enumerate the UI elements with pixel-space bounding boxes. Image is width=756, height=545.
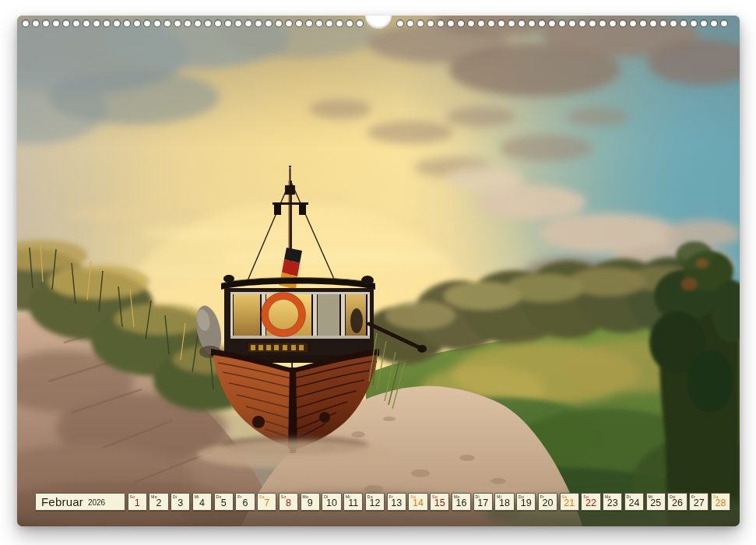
day-number: 23 bbox=[603, 498, 621, 508]
day-number: 1 bbox=[128, 498, 146, 508]
binding-hole bbox=[144, 20, 150, 26]
binding-hole bbox=[357, 20, 363, 26]
binding-hole bbox=[397, 20, 403, 26]
binding-hole bbox=[195, 20, 201, 26]
day-number: 8 bbox=[280, 498, 297, 508]
month-box: Februar 2026 bbox=[35, 493, 125, 511]
binding-hole bbox=[407, 20, 413, 26]
beach-boat-photo bbox=[17, 16, 740, 526]
binding-hole bbox=[680, 20, 687, 26]
day-cell: Do19 bbox=[516, 493, 536, 511]
binding-hole bbox=[448, 20, 454, 26]
binding-hole bbox=[589, 20, 596, 26]
day-number: 19 bbox=[517, 498, 535, 508]
binding-hole bbox=[245, 20, 251, 26]
binding-hole bbox=[154, 20, 160, 26]
day-cell: Mo2 bbox=[149, 493, 168, 511]
binding-hole bbox=[670, 20, 677, 26]
day-number: 4 bbox=[193, 498, 211, 508]
binding-hole bbox=[620, 20, 626, 26]
binding-hole bbox=[73, 20, 79, 26]
day-cell: Mi11 bbox=[343, 493, 363, 511]
binding-hole bbox=[468, 20, 474, 26]
binding-hole bbox=[417, 20, 424, 26]
binding-hole bbox=[164, 20, 171, 26]
binding-hole bbox=[265, 20, 272, 26]
day-number: 28 bbox=[712, 498, 730, 508]
binding-hole bbox=[711, 20, 717, 26]
binding-hole bbox=[33, 20, 39, 26]
binding-hole bbox=[286, 20, 292, 26]
day-number: 11 bbox=[344, 498, 362, 508]
binding-hole bbox=[53, 20, 59, 26]
binding-hole bbox=[640, 20, 646, 26]
binding-hole bbox=[336, 20, 343, 26]
binding-hole bbox=[306, 20, 312, 26]
day-number: 22 bbox=[582, 498, 600, 508]
day-cell: Sa14 bbox=[408, 493, 427, 511]
binding-hole bbox=[610, 20, 616, 26]
binding-hole bbox=[438, 20, 444, 26]
day-number: 24 bbox=[625, 498, 643, 508]
day-cell: Mi18 bbox=[494, 493, 514, 511]
day-cell: Sa28 bbox=[711, 493, 730, 511]
day-number: 13 bbox=[388, 498, 406, 508]
binding-hole bbox=[23, 20, 29, 26]
binding-hole bbox=[519, 20, 525, 26]
day-cell: Fr20 bbox=[538, 493, 557, 511]
binding-hole bbox=[508, 20, 515, 26]
binding-hole bbox=[458, 20, 464, 26]
binding-hole bbox=[104, 20, 110, 26]
binding-hole bbox=[134, 20, 140, 26]
binding-hole bbox=[316, 20, 322, 26]
binding-hole bbox=[255, 20, 262, 26]
day-number: 10 bbox=[322, 498, 340, 508]
binding-hole bbox=[579, 20, 585, 26]
binding-hole bbox=[630, 20, 636, 26]
day-cell: Mo23 bbox=[603, 493, 622, 511]
day-cell: Di17 bbox=[473, 493, 493, 511]
day-number: 5 bbox=[215, 498, 233, 508]
binding-hole bbox=[559, 20, 565, 26]
day-cell: So8 bbox=[279, 493, 298, 511]
day-cell: Mi4 bbox=[192, 493, 212, 511]
binding-hole bbox=[124, 20, 130, 26]
day-number: 26 bbox=[668, 498, 686, 508]
binding-hole bbox=[478, 20, 484, 26]
binding-hole bbox=[185, 20, 191, 26]
day-number: 14 bbox=[409, 498, 427, 508]
binding-hole bbox=[296, 20, 302, 26]
day-number: 20 bbox=[539, 498, 557, 508]
binding-hole bbox=[276, 20, 282, 26]
day-cell: Mo16 bbox=[452, 493, 471, 511]
day-cell: So1 bbox=[128, 493, 147, 511]
day-cell: Fr27 bbox=[689, 493, 709, 511]
binding-hole bbox=[215, 20, 221, 26]
binding-hole bbox=[539, 20, 545, 26]
binding-hole bbox=[174, 20, 181, 26]
binding-hole bbox=[721, 20, 727, 26]
binding-hole bbox=[83, 20, 90, 26]
binding-hole bbox=[205, 20, 211, 26]
product-photo-background: Februar 2026 So1Mo2Di3Mi4Do5Fr6Sa7So8Mo9… bbox=[0, 0, 756, 545]
binding-hole bbox=[660, 20, 666, 26]
binding-hole bbox=[529, 20, 535, 26]
day-number: 18 bbox=[495, 498, 513, 508]
day-cell: Mi25 bbox=[646, 493, 666, 511]
day-number: 21 bbox=[561, 498, 578, 508]
day-number: 2 bbox=[149, 498, 167, 508]
day-number: 7 bbox=[258, 498, 276, 508]
binding-hole bbox=[650, 20, 656, 26]
day-cell: Do5 bbox=[214, 493, 234, 511]
month-label: Februar bbox=[41, 495, 83, 508]
binding-hole bbox=[600, 20, 606, 26]
binding-hole bbox=[549, 20, 555, 26]
binding-hole bbox=[569, 20, 575, 26]
day-cell: Fr6 bbox=[235, 493, 255, 511]
day-number: 15 bbox=[431, 498, 448, 508]
day-number: 16 bbox=[452, 498, 470, 508]
binding-hole bbox=[93, 20, 100, 26]
binding-hole bbox=[427, 20, 434, 26]
binding-hole bbox=[326, 20, 332, 26]
day-cell: Do26 bbox=[667, 493, 687, 511]
